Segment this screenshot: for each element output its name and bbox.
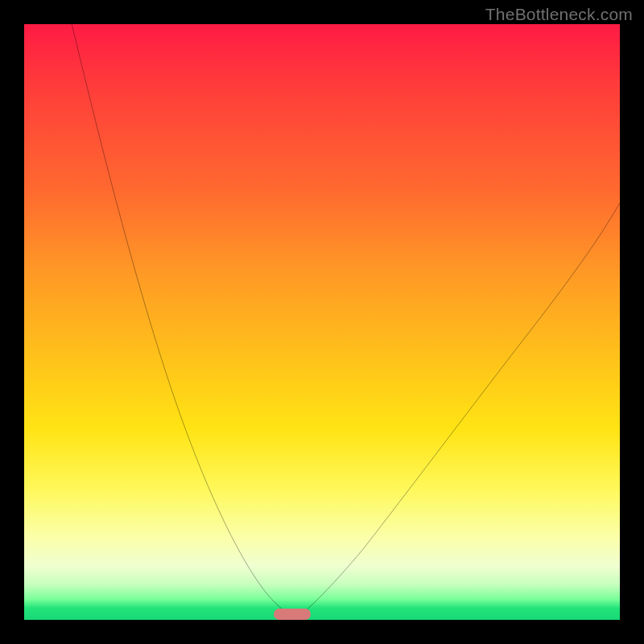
chart-frame: TheBottleneck.com bbox=[0, 0, 644, 644]
watermark-text: TheBottleneck.com bbox=[485, 5, 633, 24]
right-branch-path bbox=[298, 203, 620, 617]
bottleneck-curve bbox=[24, 24, 620, 620]
left-branch-path bbox=[72, 24, 295, 617]
plot-area bbox=[24, 24, 620, 620]
minimum-marker bbox=[274, 609, 311, 620]
